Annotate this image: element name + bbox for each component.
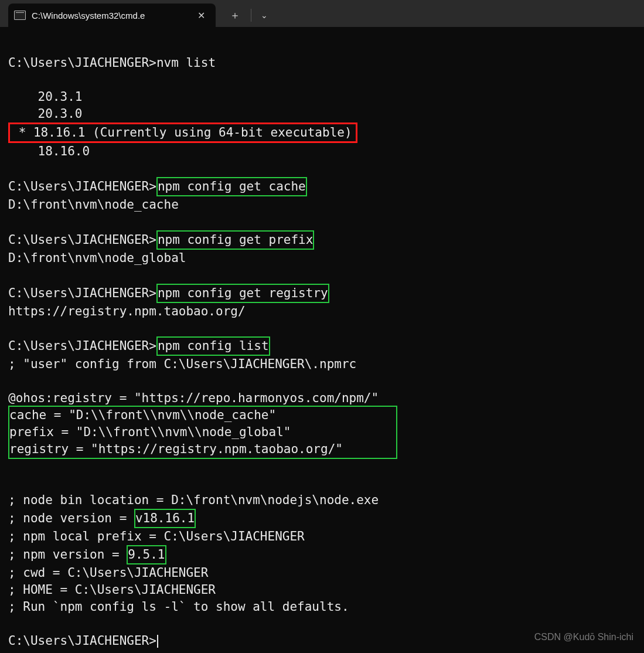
terminal-output[interactable]: C:\Users\JIACHENGER>nvm list 20.3.1 20.3… <box>0 27 644 653</box>
titlebar: C:\Windows\system32\cmd.e ✕ ＋ ⌄ <box>0 0 644 27</box>
command-npm-registry: npm config get registry <box>156 284 329 303</box>
prompt: C:\Users\JIACHENGER> <box>8 286 156 300</box>
cmd-icon <box>14 11 26 20</box>
prompt: C:\Users\JIACHENGER> <box>8 233 156 247</box>
command-npm-prefix: npm config get prefix <box>156 230 315 250</box>
command-nvm-list: nvm list <box>156 56 216 70</box>
output-node-version: v18.16.1 <box>134 509 196 528</box>
output-home: ; HOME = C:\Users\JIACHENGER <box>8 583 216 597</box>
output-npm-version: 9.5.1 <box>127 545 166 564</box>
new-tab-button[interactable]: ＋ <box>222 5 248 26</box>
prompt: C:\Users\JIACHENGER> <box>8 339 156 353</box>
tab-cmd[interactable]: C:\Windows\system32\cmd.e ✕ <box>8 4 216 27</box>
command-npm-config-list: npm config list <box>156 336 270 356</box>
prompt: C:\Users\JIACHENGER> <box>8 179 156 193</box>
output-local-prefix: ; npm local prefix = C:\Users\JIACHENGER <box>8 529 305 543</box>
prompt: C:\Users\JIACHENGER> <box>8 56 156 70</box>
output-npm-version-pre: ; npm version = <box>8 547 127 562</box>
nvm-version: 20.3.0 <box>38 107 83 121</box>
indent <box>8 144 38 158</box>
watermark: CSDN @Kudō Shin-ichi <box>534 631 633 644</box>
output-node-version-pre: ; node version = <box>8 511 134 525</box>
output-cache: D:\front\nvm\node_cache <box>8 198 179 212</box>
output-prefix: D:\front\nvm\node_global <box>8 251 186 265</box>
output-user-config: ; "user" config from C:\Users\JIACHENGER… <box>8 357 356 371</box>
command-npm-cache: npm config get cache <box>156 177 307 196</box>
nvm-current-version-highlight: * 18.16.1 (Currently using 64-bit execut… <box>8 123 357 143</box>
prompt: C:\Users\JIACHENGER> <box>8 634 156 648</box>
tab-title: C:\Windows\system32\cmd.e <box>32 11 189 21</box>
close-icon[interactable]: ✕ <box>195 9 207 22</box>
divider <box>251 9 251 22</box>
cursor <box>157 635 158 648</box>
output-run-hint: ; Run `npm config ls -l` to show all def… <box>8 600 349 614</box>
output-registry: https://registry.npm.taobao.org/ <box>8 304 246 318</box>
tab-dropdown-button[interactable]: ⌄ <box>254 7 275 23</box>
output-node-bin: ; node bin location = D:\front\nvm\nodej… <box>8 493 379 507</box>
nvm-version: 20.3.1 <box>38 90 83 104</box>
output-ohos-registry: @ohos:registry = "https://repo.harmonyos… <box>8 391 379 405</box>
indent <box>8 90 38 104</box>
output-cwd: ; cwd = C:\Users\JIACHENGER <box>8 566 208 580</box>
indent <box>8 107 38 121</box>
output-config-block-highlight: cache = "D:\\front\\nvm\\node_cache" pre… <box>8 406 397 459</box>
titlebar-actions: ＋ ⌄ <box>222 4 275 27</box>
nvm-version: 18.16.0 <box>38 144 90 158</box>
